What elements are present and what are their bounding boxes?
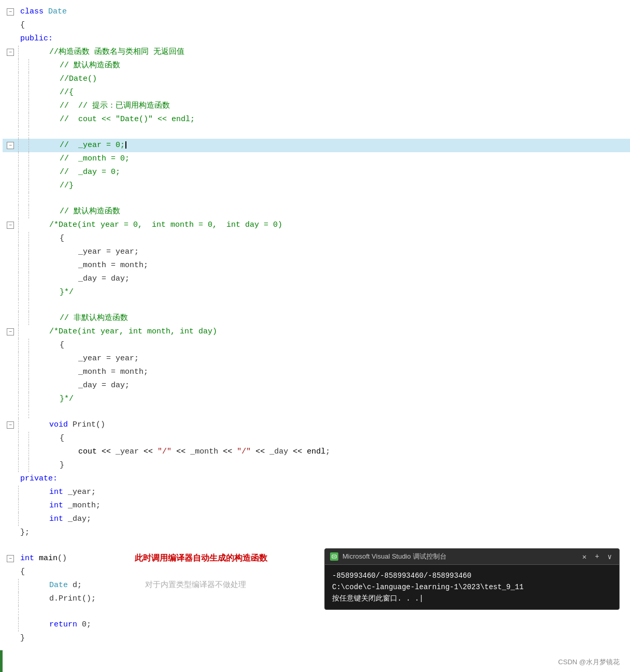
code-text: // _year = 0; [39,139,630,152]
code-text: /*Date(int year = 0, int month = 0, int … [28,218,630,232]
indent-guides [18,312,39,325]
code-line: } [3,459,630,472]
fold-gutter-empty [3,445,18,459]
fold-gutter-empty [3,99,18,113]
fold-icon[interactable]: − [3,46,18,59]
code-text: void Print() [28,418,630,432]
code-text: _month = month; [39,366,630,379]
code-line [3,193,630,205]
code-line: // _day = 0; [3,166,630,179]
code-text: // cout << "Date()" << endl; [39,113,630,126]
terminal-icon [330,552,338,561]
fold-gutter-empty [3,86,18,99]
indent-guides [18,432,39,445]
indent-guides [18,445,39,459]
fold-gutter-empty [3,205,18,218]
code-text: // // 提示：已调用构造函数 [39,99,630,113]
indent-guides [18,459,39,472]
code-text: // 默认构造函数 [39,205,630,218]
indent-guides [18,366,39,379]
annotation-compiler-constructor: 此时调用编译器自动生成的构造函数 [135,553,267,564]
indent-guides [18,259,39,272]
code-text: { [39,339,630,352]
fold-icon[interactable]: − [3,5,18,19]
code-line: //Date() [3,72,630,86]
fold-icon[interactable]: − [3,418,18,432]
code-text: int _year; [28,486,630,499]
code-line: public: [3,32,630,46]
fold-gutter-empty [3,166,18,179]
terminal-window[interactable]: Microsoft Visual Studio 调试控制台 ✕ + ∨ -858… [324,548,620,610]
indent-guides [18,59,39,72]
fold-gutter-empty [3,592,18,606]
terminal-chevron-button[interactable]: ∨ [606,552,614,561]
terminal-output-line2: C:\code\c-language-learning-1\2023\test_… [332,581,612,593]
code-text: _month = month; [39,259,630,272]
code-line: { [3,432,630,445]
fold-icon[interactable]: − [3,218,18,232]
terminal-add-button[interactable]: + [593,552,601,561]
fold-gutter-empty [3,513,18,526]
fold-gutter-empty [3,486,18,499]
code-line [3,406,630,418]
code-text: }; [18,526,630,539]
code-line: // _month = 0; [3,152,630,166]
code-line: // 默认构造函数 [3,59,630,72]
code-text: _day = day; [39,379,630,392]
code-text: class Date [18,5,630,19]
indent-guides [18,418,28,432]
code-line: cout << _year << "/" << _month << "/" <<… [3,445,630,459]
indent-guides [18,352,39,366]
fold-gutter-empty [3,126,18,139]
fold-gutter-empty [3,352,18,366]
indent-guides [18,205,39,218]
footer-credit: CSDN @水月梦镜花 [558,658,620,667]
code-line: _year = year; [3,245,630,259]
code-text [39,193,630,205]
indent-guides [18,339,39,352]
fold-gutter-empty [3,312,18,325]
code-text: //Date() [39,72,630,86]
code-line: − /*Date(int year = 0, int month = 0, in… [3,218,630,232]
code-text: _day = day; [39,272,630,286]
fold-gutter-empty [3,299,18,312]
fold-gutter-empty [3,379,18,392]
code-line: // 非默认构造函数 [3,312,630,325]
indent-guides [18,152,39,166]
annotation-builtin-type: 对于内置类型编译器不做处理 [145,580,246,590]
indent-guides [18,392,39,406]
indent-guides [18,99,39,113]
code-text: } [18,632,630,645]
fold-gutter-empty [3,339,18,352]
code-line: − // _year = 0; [3,139,630,152]
fold-gutter-empty [3,32,18,46]
fold-gutter-empty [3,539,18,552]
terminal-close-button[interactable]: ✕ [580,552,589,561]
code-line: }; [3,526,630,539]
code-text: // _day = 0; [39,166,630,179]
fold-icon[interactable]: − [3,139,18,152]
code-line [3,299,630,312]
indent-guides [18,245,39,259]
code-line: _day = day; [3,379,630,392]
fold-gutter-empty [3,232,18,245]
code-text: int _month; [28,499,630,513]
fold-gutter-empty [3,432,18,445]
terminal-output-line3: 按任意键关闭此窗口. . .| [332,593,612,604]
fold-gutter-empty [3,19,18,32]
code-text: // 默认构造函数 [39,59,630,72]
fold-gutter-empty [3,113,18,126]
fold-gutter-empty [3,152,18,166]
indent-guides [18,325,28,339]
code-text: }*/ [39,286,630,299]
code-line: }*/ [3,392,630,406]
indent-guides [18,299,39,312]
indent-guides [18,592,28,606]
fold-icon[interactable]: − [3,325,18,339]
indent-guides [18,232,39,245]
fold-gutter-empty [3,406,18,418]
fold-gutter-empty [3,565,18,579]
code-text: /*Date(int year, int month, int day) [28,325,630,339]
fold-icon[interactable]: − [3,552,18,565]
indent-guides [18,606,28,618]
